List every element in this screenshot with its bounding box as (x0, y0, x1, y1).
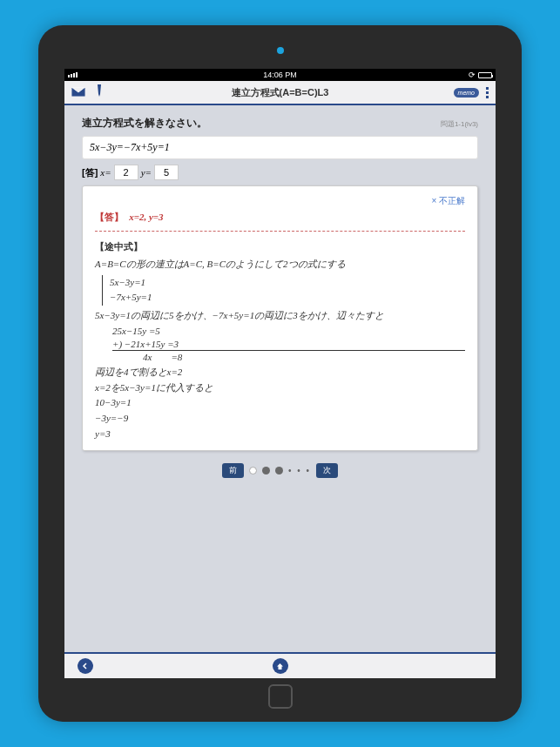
step-text: 5x−3y=1の両辺に5をかけ、−7x+5y=1の両辺に3をかけ、辺々たすと (95, 308, 465, 324)
step-text: −3y=−9 (95, 411, 465, 427)
y-input[interactable] (154, 165, 179, 180)
rotation-lock-icon: ⟳ (469, 71, 476, 79)
prev-button[interactable]: 前 (222, 463, 244, 478)
pager: 前 • • • 次 (82, 463, 478, 478)
page-ellipsis: • • • (288, 466, 311, 475)
problem-id: 問題1-1(lv3) (441, 119, 478, 129)
page-dot[interactable] (262, 467, 270, 474)
status-time: 14:06 PM (263, 71, 297, 79)
memo-button[interactable]: memo (454, 88, 479, 98)
pencil-icon[interactable] (94, 84, 105, 100)
equation-system: 5x−3y=1 −7x+5y=1 (102, 275, 465, 306)
step-text: 両辺を4で割るとx=2 (95, 365, 465, 380)
step-text: x=2を5x−3y=1に代入すると (95, 380, 465, 396)
correct-answer: 【答】 x=2, y=3 (95, 211, 465, 224)
home-button[interactable] (273, 658, 288, 674)
answer-label: [答] (82, 166, 98, 179)
separator (95, 231, 465, 232)
tablet-home-button[interactable] (268, 684, 293, 709)
problem-instruction: 連立方程式を解きなさい。 (82, 116, 207, 131)
signal-icon (68, 72, 78, 77)
step-text: y=3 (95, 427, 465, 442)
calculation: 25x−15y =5 +) −21x+15y =3 4x =8 (95, 325, 465, 363)
status-bar: 14:06 PM ⟳ (64, 69, 496, 81)
equation-box: 5x−3y=−7x+5y=1 (82, 136, 478, 159)
x-input[interactable] (114, 165, 138, 180)
tablet-frame: 14:06 PM ⟳ 連立方程式(A=B=C)L3 memo 連立方程式を解きな… (38, 25, 522, 722)
status-left (68, 72, 78, 77)
menu-icon[interactable] (486, 87, 489, 98)
screen: 14:06 PM ⟳ 連立方程式(A=B=C)L3 memo 連立方程式を解きな… (64, 69, 496, 678)
x-label: x= (100, 167, 111, 178)
battery-icon (478, 72, 492, 78)
solution-panel: × 不正解 【答】 x=2, y=3 【途中式】 A=B=Cの形の連立はA=C,… (82, 185, 478, 451)
page-title: 連立方程式(A=B=C)L3 (232, 86, 329, 99)
method-title: 【途中式】 (95, 240, 465, 253)
answer-row: [答] x= y= (82, 165, 478, 180)
method-intro: A=B=Cの形の連立はA=C, B=Cのようにして2つの式にする (95, 257, 465, 273)
back-button[interactable] (78, 658, 93, 674)
app-header: 連立方程式(A=B=C)L3 memo (64, 81, 496, 105)
footer-bar (64, 652, 496, 678)
incorrect-badge: × 不正解 (95, 195, 465, 207)
content-area: 連立方程式を解きなさい。 問題1-1(lv3) 5x−3y=−7x+5y=1 [… (64, 105, 496, 488)
y-label: y= (141, 167, 152, 178)
page-dot[interactable] (275, 467, 283, 474)
camera-dot (277, 47, 284, 54)
page-dot[interactable] (249, 467, 257, 474)
status-right: ⟳ (469, 71, 492, 79)
step-text: 10−3y=1 (95, 395, 465, 411)
mail-icon[interactable] (71, 84, 85, 100)
next-button[interactable]: 次 (316, 463, 338, 478)
